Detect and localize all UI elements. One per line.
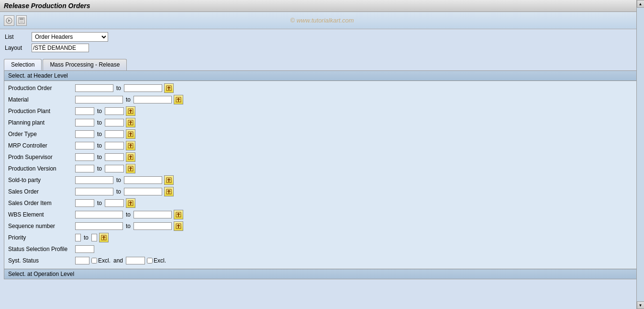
label-mrp-controller: MRP Controller [8, 142, 75, 149]
input-production-order-to[interactable] [124, 84, 162, 92]
field-row-syst-status: Syst. Status Excl. and Excl. [8, 255, 636, 266]
main-panel: Select. at Header Level Production Order… [4, 70, 640, 279]
execute-icon[interactable] [4, 15, 14, 26]
input-sequence-number-to[interactable] [133, 222, 172, 230]
form-area: List Order Headers Order Items Operation… [0, 29, 644, 57]
excl1-text: Excl. [98, 257, 111, 264]
excl1-checkbox[interactable] [91, 258, 97, 263]
tabs: Selection Mass Processing - Release [4, 59, 640, 70]
label-sales-order: Sales Order [8, 188, 75, 195]
list-select[interactable]: Order Headers Order Items Operations [32, 32, 108, 42]
excl2-text: Excl. [154, 257, 166, 264]
btn-wbs-element[interactable] [174, 210, 183, 219]
field-row-production-version: Production Version to [8, 163, 636, 174]
tab-mass-processing[interactable]: Mass Processing - Release [43, 59, 127, 70]
layout-label: Layout [5, 45, 29, 51]
scrollbar: ▲ ▼ [636, 0, 644, 279]
btn-production-order[interactable] [164, 83, 174, 93]
input-priority-to[interactable] [91, 234, 97, 241]
save-icon[interactable] [16, 15, 27, 26]
layout-row: Layout [5, 44, 639, 52]
field-row-priority: Priority to [8, 232, 636, 243]
input-syst-status-from[interactable] [75, 257, 89, 264]
input-material-from[interactable] [75, 96, 123, 103]
excl2-checkbox[interactable] [147, 258, 153, 263]
btn-material[interactable] [174, 95, 183, 104]
title-bar: Release Production Orders [0, 0, 644, 12]
btn-production-version[interactable] [126, 164, 135, 173]
tabs-container: Selection Mass Processing - Release [4, 59, 640, 70]
btn-sales-order-item[interactable] [126, 198, 135, 208]
label-sold-to-party: Sold-to party [8, 177, 75, 183]
label-sequence-number: Sequence number [8, 223, 75, 229]
input-prodn-supervisor-from[interactable] [75, 153, 94, 161]
input-priority-from[interactable] [75, 234, 81, 241]
input-sequence-number-from[interactable] [75, 222, 123, 230]
field-row-sold-to-party: Sold-to party to [8, 175, 636, 185]
btn-sold-to-party[interactable] [164, 175, 174, 185]
label-prodn-supervisor: Prodn Supervisor [8, 154, 75, 160]
field-row-mrp-controller: MRP Controller to [8, 140, 636, 151]
input-status-selection-profile[interactable] [75, 245, 94, 253]
btn-priority[interactable] [99, 233, 109, 242]
svg-rect-2 [20, 18, 23, 20]
btn-planning-plant[interactable] [126, 118, 135, 127]
field-row-production-plant: Production Plant to [8, 106, 636, 116]
label-production-order: Production Order [8, 85, 75, 92]
scroll-up-btn[interactable]: ▲ [637, 0, 644, 8]
bottom-section-header: Select. at Operation Level [4, 269, 640, 279]
btn-sales-order[interactable] [164, 187, 174, 196]
input-sales-order-from[interactable] [75, 188, 113, 195]
input-planning-plant-from[interactable] [75, 119, 94, 126]
input-production-order-from[interactable] [75, 84, 113, 92]
window-title: Release Production Orders [4, 2, 90, 10]
input-material-to[interactable] [133, 96, 172, 103]
input-sales-order-to[interactable] [124, 188, 162, 195]
list-label: List [5, 34, 29, 40]
input-sales-order-item-from[interactable] [75, 199, 94, 207]
tab-selection[interactable]: Selection [4, 59, 42, 70]
label-material: Material [8, 96, 75, 103]
input-sold-to-party-to[interactable] [124, 176, 162, 184]
field-row-order-type: Order Type to [8, 129, 636, 139]
input-production-plant-to[interactable] [105, 107, 124, 115]
toolbar: © www.tutorialkart.com [0, 12, 644, 29]
field-row-production-order: Production Order to [8, 83, 636, 93]
input-order-type-to[interactable] [105, 130, 124, 138]
excl2-label: Excl. [147, 257, 166, 264]
label-production-version: Production Version [8, 165, 75, 172]
input-prodn-supervisor-to[interactable] [105, 153, 124, 161]
field-row-material: Material to [8, 94, 636, 105]
field-row-sales-order-item: Sales Order Item to [8, 198, 636, 208]
input-syst-status-to[interactable] [126, 257, 145, 264]
input-production-plant-from[interactable] [75, 107, 94, 115]
label-wbs-element: WBS Element [8, 211, 75, 218]
input-production-version-to[interactable] [105, 165, 124, 172]
field-row-sales-order: Sales Order to [8, 186, 636, 197]
and-label: and [113, 257, 123, 264]
btn-production-plant[interactable] [126, 106, 135, 116]
input-mrp-controller-from[interactable] [75, 142, 94, 149]
input-mrp-controller-to[interactable] [105, 142, 124, 149]
label-status-selection-profile: Status Selection Profile [8, 246, 75, 252]
btn-order-type[interactable] [126, 129, 135, 139]
layout-input[interactable] [32, 44, 89, 52]
field-row-status-selection-profile: Status Selection Profile [8, 244, 636, 254]
input-sales-order-item-to[interactable] [105, 199, 124, 207]
input-order-type-from[interactable] [75, 130, 94, 138]
input-wbs-element-from[interactable] [75, 211, 123, 218]
field-row-planning-plant: Planning plant to [8, 117, 636, 128]
field-row-wbs-element: WBS Element to [8, 209, 636, 220]
input-sold-to-party-from[interactable] [75, 176, 113, 184]
btn-sequence-number[interactable] [174, 221, 183, 231]
field-row-sequence-number: Sequence number to [8, 221, 636, 231]
btn-mrp-controller[interactable] [126, 141, 135, 150]
section-header: Select. at Header Level [4, 71, 640, 81]
label-syst-status: Syst. Status [8, 257, 75, 264]
input-production-version-from[interactable] [75, 165, 94, 172]
input-wbs-element-to[interactable] [133, 211, 172, 218]
btn-prodn-supervisor[interactable] [126, 152, 135, 162]
label-order-type: Order Type [8, 131, 75, 137]
field-row-prodn-supervisor: Prodn Supervisor to [8, 152, 636, 162]
input-planning-plant-to[interactable] [105, 119, 124, 126]
